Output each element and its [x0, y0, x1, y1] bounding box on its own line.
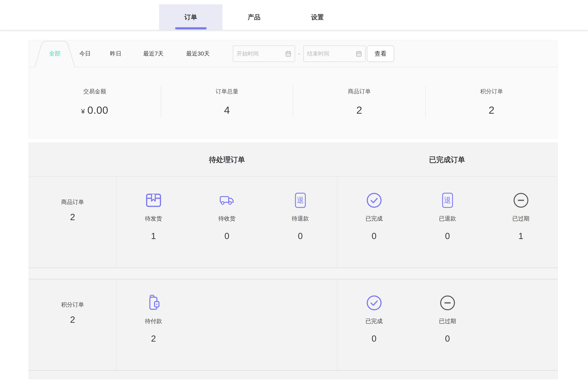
status-cell-to-receive[interactable]: 待收货 0: [190, 177, 264, 268]
pending-orders-header: 待处理订单: [209, 143, 245, 176]
status-value: 0: [372, 334, 377, 343]
pending-section: 待付款 2: [117, 279, 337, 370]
filter-tab-all[interactable]: 全部: [49, 40, 60, 67]
status-value: 0: [445, 334, 450, 343]
table-bottom-padding: [29, 370, 558, 380]
category-count: 2: [70, 212, 75, 222]
refund-icon: 退: [295, 192, 306, 208]
calendar-icon: [356, 51, 362, 57]
summary-stats-row: 交易金额 ¥0.00 订单总量 4 商品订单 2 积分订单 2: [29, 67, 558, 138]
completed-section: 已完成 0 退 已退款 0: [337, 177, 558, 268]
empty-cell: [264, 279, 337, 370]
tab-settings-label: 设置: [311, 13, 324, 22]
status-cell-to-pay[interactable]: 待付款 2: [117, 279, 190, 370]
category-label: 积分订单: [61, 301, 84, 309]
order-dashboard-page: 订单 产品 设置 全部 今日 昨日 最近7天 最近30天 开始时间: [0, 0, 588, 390]
check-circle-icon: [366, 192, 382, 208]
stat-points-orders: 积分订单 2: [425, 67, 558, 138]
tab-orders[interactable]: 订单: [159, 4, 222, 30]
category-cell-product-orders: 商品订单 2: [29, 177, 117, 268]
minus-circle-icon: [439, 295, 456, 311]
orders-breakdown-card: 待处理订单 已完成订单 商品订单 2 待发货: [29, 143, 558, 379]
check-circle-icon: [366, 295, 382, 311]
start-date-placeholder: 开始时间: [236, 50, 259, 57]
stat-total-orders: 订单总量 4: [161, 67, 293, 138]
status-cell-completed[interactable]: 已完成 0: [337, 279, 411, 370]
status-value: 1: [151, 231, 156, 241]
filter-tab-today[interactable]: 今日: [79, 40, 91, 67]
filter-tab-yesterday[interactable]: 昨日: [110, 40, 121, 67]
status-cell-completed[interactable]: 已完成 0: [337, 177, 411, 268]
status-label: 已过期: [439, 317, 456, 325]
active-tab-underline: [175, 27, 206, 29]
calendar-icon: [285, 51, 291, 57]
filter-tab-last30days[interactable]: 最近30天: [186, 40, 210, 67]
completed-orders-header: 已完成订单: [429, 143, 465, 176]
points-orders-row: 积分订单 2 待付款 2: [29, 279, 558, 370]
truck-icon: [219, 192, 235, 208]
currency-symbol: ¥: [81, 108, 85, 115]
product-orders-row: 商品订单 2 待发货 1: [29, 177, 558, 268]
status-value: 2: [151, 334, 156, 343]
completed-section: 已完成 0 已过期 0: [337, 279, 558, 370]
status-label: 已退款: [439, 215, 456, 223]
status-value: 1: [518, 231, 523, 241]
refund-icon: 退: [442, 192, 453, 208]
minus-circle-icon: [513, 192, 529, 208]
status-label: 待收货: [218, 215, 235, 223]
filter-row: 全部 今日 昨日 最近7天 最近30天 开始时间 -: [29, 40, 558, 67]
order-stats-card: 全部 今日 昨日 最近7天 最近30天 开始时间 -: [29, 40, 558, 138]
status-label: 待退款: [292, 215, 309, 223]
status-value: 0: [298, 231, 303, 241]
stat-label: 积分订单: [480, 88, 503, 95]
top-nav-tabs: 订单 产品 设置: [159, 4, 349, 30]
stat-value: ¥0.00: [81, 104, 108, 116]
category-count: 2: [70, 314, 75, 325]
status-value: 0: [445, 231, 450, 241]
tab-settings[interactable]: 设置: [286, 4, 349, 30]
end-date-placeholder: 结束时间: [307, 50, 329, 57]
stat-product-orders: 商品订单 2: [293, 67, 425, 138]
stat-transaction-amount: 交易金额 ¥0.00: [29, 67, 161, 138]
status-cell-to-refund[interactable]: 退 待退款 0: [264, 177, 337, 268]
table-separator: [29, 268, 558, 279]
table-header-row: 待处理订单 已完成订单: [29, 143, 558, 177]
view-button[interactable]: 查看: [367, 46, 394, 62]
status-cell-expired[interactable]: 已过期 1: [484, 177, 558, 268]
status-cell-expired[interactable]: 已过期 0: [411, 279, 484, 370]
status-label: 已完成: [366, 317, 383, 325]
stat-value: 2: [356, 104, 362, 116]
status-cell-refunded[interactable]: 退 已退款 0: [411, 177, 484, 268]
status-value: 0: [372, 231, 377, 241]
status-label: 待付款: [145, 317, 162, 325]
wallet-icon: [146, 295, 162, 311]
stat-value: 2: [489, 104, 495, 116]
stat-label: 订单总量: [216, 88, 238, 95]
top-nav-bar: 订单 产品 设置: [0, 0, 588, 30]
stat-label: 商品订单: [348, 88, 371, 95]
category-cell-points-orders: 积分订单 2: [29, 279, 117, 370]
pending-section: 待发货 1 待收货 0: [117, 177, 337, 268]
empty-cell: [190, 279, 264, 370]
start-date-input[interactable]: 开始时间: [233, 46, 295, 62]
status-value: 0: [225, 231, 229, 241]
stat-value: 4: [224, 104, 230, 116]
package-icon: [146, 192, 162, 208]
tab-products-label: 产品: [248, 13, 261, 22]
status-label: 已过期: [512, 215, 530, 223]
tab-products[interactable]: 产品: [222, 4, 286, 30]
status-label: 已完成: [366, 215, 383, 223]
status-cell-to-ship[interactable]: 待发货 1: [117, 177, 190, 268]
status-label: 待发货: [145, 215, 162, 223]
end-date-input[interactable]: 结束时间: [303, 46, 366, 62]
stat-label: 交易金额: [83, 88, 106, 95]
filter-tab-last7days[interactable]: 最近7天: [143, 40, 164, 67]
tab-orders-label: 订单: [185, 13, 197, 22]
category-label: 商品订单: [61, 198, 84, 206]
empty-cell: [484, 279, 558, 370]
